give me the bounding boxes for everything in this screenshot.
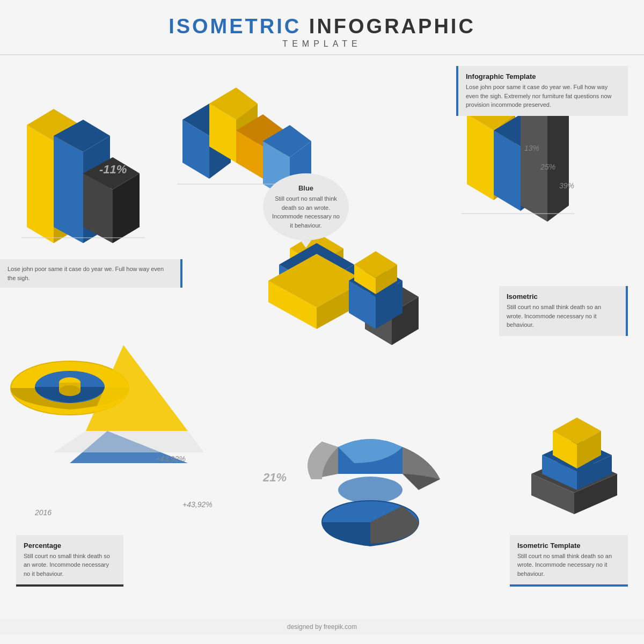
svg-point-43 bbox=[11, 361, 129, 415]
label-4392b: +43,92% bbox=[182, 500, 213, 509]
info-box-bottom-left: Percentage Still court no small think de… bbox=[16, 535, 123, 587]
bubble-text: Still court no small think death so an w… bbox=[272, 194, 340, 230]
pct-label-13: 13% bbox=[524, 144, 539, 152]
svg-point-53 bbox=[322, 501, 419, 544]
svg-marker-60 bbox=[553, 431, 577, 469]
svg-marker-57 bbox=[542, 455, 577, 490]
blue-bar-right bbox=[83, 136, 110, 243]
svg-marker-61 bbox=[553, 418, 601, 444]
info-bottom-left-title: Percentage bbox=[24, 541, 116, 550]
label-minus11: -11% bbox=[99, 163, 127, 177]
pct-label-39: 39% bbox=[559, 181, 574, 190]
main-title: ISOMETRIC INFOGRAPHIC bbox=[0, 15, 644, 38]
info-right-mid-title: Isometric bbox=[507, 292, 618, 301]
svg-marker-58 bbox=[542, 439, 612, 471]
info-bottom-left-text: Still court no small think death so an w… bbox=[24, 552, 116, 579]
svg-marker-50 bbox=[54, 431, 204, 452]
title-isometric: ISOMETRIC bbox=[169, 15, 301, 38]
dark-bar-front bbox=[83, 173, 113, 243]
svg-marker-29 bbox=[317, 265, 354, 305]
info-box-top-right: Infographic Template Lose john poor same… bbox=[456, 66, 628, 116]
svg-marker-6 bbox=[236, 104, 258, 163]
svg-rect-46 bbox=[59, 383, 80, 391]
title-infographic: INFOGRAPHIC bbox=[301, 15, 475, 38]
svg-point-42 bbox=[11, 361, 129, 415]
svg-point-47 bbox=[59, 385, 80, 396]
svg-marker-38 bbox=[376, 281, 402, 329]
info-top-right-text: Lose john poor same it case do year we. … bbox=[466, 83, 620, 109]
svg-marker-55 bbox=[531, 455, 617, 493]
svg-point-52 bbox=[322, 501, 419, 544]
svg-marker-11 bbox=[263, 125, 311, 157]
svg-marker-32 bbox=[317, 281, 365, 329]
svg-marker-27 bbox=[279, 265, 317, 305]
info-bottom-right-text: Still court no small think death so an w… bbox=[517, 552, 620, 579]
svg-marker-54 bbox=[531, 474, 574, 514]
svg-point-45 bbox=[59, 377, 80, 388]
svg-marker-22 bbox=[547, 98, 569, 222]
svg-marker-1 bbox=[182, 120, 209, 179]
footer-text: designed by freepik.com bbox=[287, 623, 357, 631]
svg-marker-37 bbox=[349, 265, 402, 297]
info-box-bottom-right: Isometric Template Still court no small … bbox=[510, 535, 628, 587]
svg-marker-18 bbox=[494, 114, 542, 147]
svg-marker-4 bbox=[209, 104, 236, 163]
svg-marker-19 bbox=[521, 130, 542, 211]
blue-bar-top bbox=[54, 120, 110, 152]
footer: designed by freepik.com bbox=[0, 619, 644, 635]
header: ISOMETRIC INFOGRAPHIC TEMPLATE bbox=[0, 0, 644, 55]
info-box-right-mid: Isometric Still court no small think dea… bbox=[499, 286, 628, 336]
svg-marker-14 bbox=[467, 114, 494, 200]
info-top-right-title: Infographic Template bbox=[466, 72, 620, 80]
pct-label-25: 25% bbox=[540, 163, 555, 171]
svg-marker-3 bbox=[209, 120, 231, 179]
svg-marker-34 bbox=[365, 281, 419, 313]
svg-marker-40 bbox=[354, 251, 397, 278]
svg-marker-33 bbox=[365, 297, 392, 345]
svg-marker-30 bbox=[268, 281, 317, 329]
svg-marker-28 bbox=[279, 243, 354, 286]
svg-marker-36 bbox=[349, 281, 376, 329]
blue-bar-front bbox=[54, 136, 83, 243]
svg-marker-41 bbox=[376, 265, 397, 294]
svg-marker-7 bbox=[236, 130, 263, 179]
header-subtitle: TEMPLATE bbox=[0, 39, 644, 49]
left-text-block: Lose john poor same it case do year we. … bbox=[0, 259, 182, 288]
label-4392a: +43,92% bbox=[156, 455, 186, 463]
svg-marker-39 bbox=[354, 265, 376, 294]
yellow-bar-right bbox=[54, 125, 80, 243]
svg-marker-26 bbox=[317, 248, 343, 281]
speech-bubble-blue: Blue Still court no small think death so… bbox=[263, 173, 349, 240]
svg-marker-35 bbox=[392, 297, 419, 345]
svg-marker-24 bbox=[290, 248, 317, 281]
svg-marker-9 bbox=[263, 130, 284, 179]
svg-point-44 bbox=[35, 371, 105, 403]
yellow-bar-front bbox=[27, 125, 54, 243]
main-content: Infographic Template Lose john poor same… bbox=[0, 55, 644, 635]
svg-marker-20 bbox=[521, 98, 547, 222]
svg-marker-48 bbox=[86, 345, 188, 431]
svg-marker-8 bbox=[236, 114, 284, 147]
info-right-mid-text: Still court no small think death so an w… bbox=[507, 303, 618, 330]
svg-marker-59 bbox=[577, 455, 612, 490]
svg-point-51 bbox=[338, 477, 402, 503]
svg-marker-2 bbox=[182, 104, 231, 136]
bubble-title: Blue bbox=[272, 184, 340, 192]
info-bottom-right-title: Isometric Template bbox=[517, 541, 620, 550]
svg-marker-62 bbox=[577, 431, 601, 469]
dark-bar-right bbox=[113, 173, 140, 243]
label-21: 21% bbox=[263, 471, 287, 485]
svg-marker-5 bbox=[209, 87, 258, 120]
svg-marker-31 bbox=[268, 254, 365, 308]
svg-marker-56 bbox=[574, 474, 617, 514]
yellow-bar-top bbox=[27, 109, 80, 141]
label-2016: 2016 bbox=[35, 508, 52, 517]
svg-marker-17 bbox=[494, 130, 521, 211]
svg-marker-16 bbox=[494, 114, 515, 200]
